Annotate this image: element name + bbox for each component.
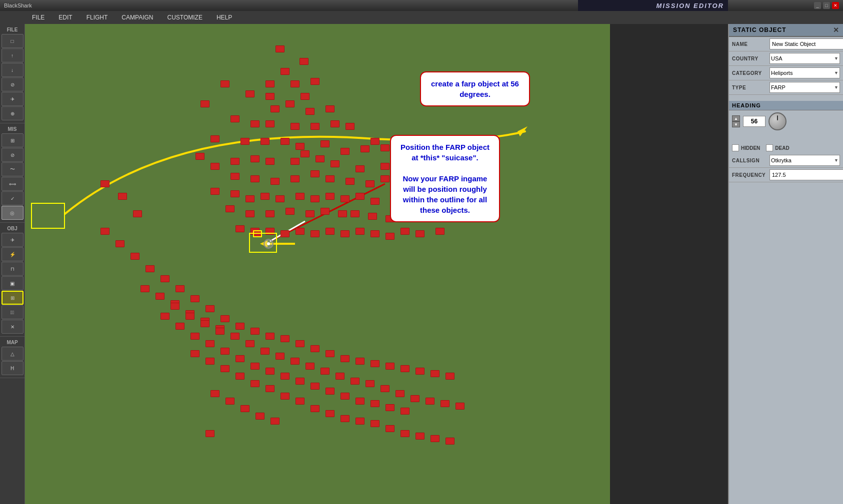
unit-marker[interactable] <box>236 323 244 330</box>
unit-marker[interactable] <box>326 105 334 112</box>
unit-marker[interactable] <box>400 228 410 235</box>
sidebar-obj-heli[interactable]: ⚡ <box>2 247 24 261</box>
unit-marker[interactable] <box>246 210 254 217</box>
menu-edit[interactable]: EDIT <box>56 13 74 22</box>
unit-marker[interactable] <box>316 155 324 162</box>
menu-file[interactable]: FILE <box>30 13 46 22</box>
unit-marker[interactable] <box>266 158 274 165</box>
unit-marker[interactable] <box>156 293 164 300</box>
unit-marker[interactable] <box>220 348 230 355</box>
sidebar-obj-triangle[interactable]: △⃤ <box>2 305 24 319</box>
unit-marker[interactable] <box>226 205 234 212</box>
unit-marker[interactable] <box>340 355 350 362</box>
unit-marker[interactable] <box>220 80 230 87</box>
unit-marker[interactable] <box>380 144 390 151</box>
unit-marker[interactable] <box>300 93 310 100</box>
unit-marker[interactable] <box>326 388 334 395</box>
dead-checkbox[interactable] <box>766 144 773 151</box>
unit-marker[interactable] <box>310 195 320 202</box>
sidebar-mis-arrows[interactable]: ⟺ <box>2 177 24 191</box>
unit-marker[interactable] <box>176 285 184 292</box>
unit-marker[interactable] <box>130 253 140 260</box>
sidebar-map-terrain[interactable]: △ <box>2 347 24 361</box>
sidebar-mis-grid[interactable]: ⊞ <box>2 133 24 147</box>
sidebar-obj-ship[interactable]: ⊓ <box>2 262 24 276</box>
unit-marker[interactable] <box>296 143 304 150</box>
unit-marker[interactable] <box>250 175 260 182</box>
unit-marker[interactable] <box>280 138 290 145</box>
sidebar-plane[interactable]: ✈ <box>2 92 24 106</box>
sidebar-mis-cancel[interactable]: ⊘ <box>2 148 24 162</box>
unit-marker[interactable] <box>240 138 250 145</box>
unit-marker[interactable] <box>186 313 194 320</box>
unit-marker[interactable] <box>190 350 200 357</box>
menu-customize[interactable]: CUSTOMIZE <box>165 13 204 22</box>
unit-marker[interactable] <box>326 350 334 357</box>
unit-marker[interactable] <box>210 163 220 170</box>
unit-marker[interactable] <box>266 120 274 127</box>
unit-marker[interactable] <box>230 115 240 122</box>
unit-marker[interactable] <box>200 100 210 107</box>
unit-marker[interactable] <box>356 165 364 172</box>
unit-marker[interactable] <box>176 323 184 330</box>
unit-marker[interactable] <box>320 208 330 215</box>
unit-marker[interactable] <box>236 225 244 232</box>
unit-marker[interactable] <box>230 190 240 197</box>
unit-marker[interactable] <box>266 93 274 100</box>
unit-marker[interactable] <box>133 210 142 217</box>
unit-marker[interactable] <box>220 315 230 322</box>
unit-marker[interactable] <box>386 404 394 411</box>
type-dropdown[interactable]: FARP ▼ <box>770 82 840 93</box>
unit-marker[interactable] <box>246 195 254 202</box>
unit-marker[interactable] <box>118 193 127 200</box>
unit-marker[interactable] <box>206 358 214 365</box>
unit-marker[interactable] <box>286 208 294 215</box>
unit-marker[interactable] <box>206 340 214 347</box>
sidebar-save[interactable]: ↓ <box>2 63 24 77</box>
menu-help[interactable]: HELP <box>214 13 234 22</box>
unit-marker[interactable] <box>100 228 110 235</box>
unit-marker[interactable] <box>160 313 170 320</box>
unit-marker[interactable] <box>260 193 270 200</box>
sidebar-mis-check[interactable]: ✓ <box>2 191 24 205</box>
unit-marker[interactable] <box>266 385 274 392</box>
unit-marker[interactable] <box>310 170 320 177</box>
unit-marker[interactable] <box>320 140 330 147</box>
unit-marker[interactable] <box>276 195 284 202</box>
close-button[interactable]: ✕ <box>832 2 839 9</box>
unit-marker[interactable] <box>246 90 254 97</box>
unit-marker[interactable] <box>446 373 454 380</box>
unit-marker[interactable] <box>266 368 274 375</box>
unit-marker[interactable] <box>250 363 260 370</box>
unit-marker[interactable] <box>296 193 304 200</box>
category-dropdown[interactable]: Heliports ▼ <box>770 67 840 78</box>
unit-marker[interactable] <box>230 158 240 165</box>
unit-marker[interactable] <box>346 123 354 130</box>
menu-flight[interactable]: FLIGHT <box>84 13 110 22</box>
unit-marker[interactable] <box>366 180 374 187</box>
unit-marker[interactable] <box>380 175 390 182</box>
unit-marker[interactable] <box>370 360 380 367</box>
unit-marker[interactable] <box>220 365 230 372</box>
unit-marker[interactable] <box>256 413 264 420</box>
heading-knob[interactable] <box>768 112 786 130</box>
unit-marker[interactable] <box>270 418 280 425</box>
unit-marker[interactable] <box>296 228 304 235</box>
unit-marker[interactable] <box>236 373 244 380</box>
unit-marker[interactable] <box>250 120 260 127</box>
unit-marker[interactable] <box>356 193 364 200</box>
country-dropdown[interactable]: USA ▼ <box>770 53 840 64</box>
unit-marker[interactable] <box>226 398 234 405</box>
unit-marker[interactable] <box>230 333 240 340</box>
unit-marker[interactable] <box>296 398 304 405</box>
unit-marker[interactable] <box>350 378 360 385</box>
unit-marker[interactable] <box>280 68 290 75</box>
unit-marker[interactable] <box>340 393 350 400</box>
unit-marker[interactable] <box>436 228 444 235</box>
unit-marker[interactable] <box>370 230 380 237</box>
unit-marker[interactable] <box>410 395 420 402</box>
unit-marker[interactable] <box>300 150 310 157</box>
unit-marker[interactable] <box>190 333 200 340</box>
unit-marker[interactable] <box>290 158 300 165</box>
unit-marker[interactable] <box>340 148 350 155</box>
